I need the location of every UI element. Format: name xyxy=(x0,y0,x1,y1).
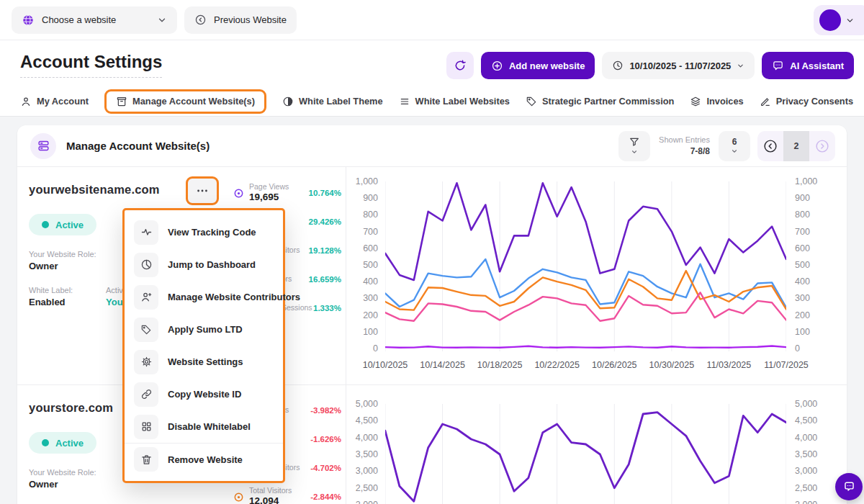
filter-button[interactable] xyxy=(618,131,650,161)
line-chart xyxy=(385,181,786,351)
ai-assistant-label: AI Assistant xyxy=(790,60,844,71)
shown-entries-value: 7-8/8 xyxy=(659,145,710,157)
tab-label: Invoices xyxy=(706,96,743,107)
add-new-website-button[interactable]: Add new website xyxy=(481,52,595,79)
chevron-down-icon xyxy=(631,148,638,156)
menu-item-label: Remove Website xyxy=(168,454,243,465)
page-size-select[interactable]: 6 xyxy=(719,131,750,161)
clock-icon xyxy=(612,60,624,71)
status-dot-icon xyxy=(42,439,49,446)
tab-label: White Label Theme xyxy=(299,96,383,107)
add-new-website-label: Add new website xyxy=(509,60,585,71)
current-page-indicator[interactable]: 2 xyxy=(783,131,809,161)
menu-item-label: View Tracking Code xyxy=(168,227,256,238)
choose-website-dropdown[interactable]: Choose a website xyxy=(12,6,177,34)
stat-change: 10.764% xyxy=(309,189,341,197)
date-range-label: 10/10/2025 - 11/07/2025 xyxy=(629,60,731,71)
chevron-down-icon xyxy=(157,15,167,25)
website-more-button[interactable] xyxy=(186,176,219,205)
chat-widget-button[interactable] xyxy=(835,473,863,500)
layers-icon xyxy=(690,96,701,107)
stat-change: -4.702% xyxy=(310,464,341,472)
tab-label: Manage Account Website(s) xyxy=(132,96,255,107)
topbar: Choose a website Previous Website xyxy=(0,0,864,40)
previous-page-button[interactable] xyxy=(757,131,783,161)
tab[interactable]: Manage Account Website(s) xyxy=(104,89,266,114)
menu-item[interactable]: Jump to Dashboard xyxy=(125,248,283,281)
tab-label: My Account xyxy=(37,96,89,107)
ai-assistant-button[interactable]: AI Assistant xyxy=(762,52,854,79)
tab[interactable]: Privacy Consents xyxy=(760,91,853,112)
menu-item[interactable]: Website Settings xyxy=(125,346,283,378)
avatar xyxy=(819,9,841,31)
arrow-left-circle-icon xyxy=(762,138,778,154)
stat-change: 29.426% xyxy=(309,217,341,226)
more-dots-icon xyxy=(195,184,210,198)
card-title: Manage Account Website(s) xyxy=(66,140,210,152)
white-label-status: White Label: Enabled xyxy=(29,286,106,307)
next-page-button xyxy=(809,131,835,161)
target-icon xyxy=(233,492,244,503)
tab-label: Strategic Partner Commission xyxy=(542,96,674,107)
menu-item-label: Manage Website Contributors xyxy=(168,292,300,302)
shown-entries-label: Shown Entries xyxy=(659,135,710,145)
menu-item[interactable]: Apply Sumo LTD xyxy=(125,313,283,346)
page-header: Account Settings Add new website 10/10/2… xyxy=(0,40,864,86)
status-badge: Active xyxy=(29,432,96,454)
tab[interactable]: Invoices xyxy=(690,91,743,112)
chart-y-axis-right: 1,0009008007006005004003002001000 xyxy=(786,181,831,351)
chart-y-axis-left: 1,0009008007006005004003002001000 xyxy=(346,181,385,351)
website-chart: 5,0004,5004,0003,5003,0002,5002,000 5,00… xyxy=(346,385,847,504)
website-chart: 1,0009008007006005004003002001000 1,0009… xyxy=(346,167,847,384)
stat-change: -3.982% xyxy=(310,406,341,415)
user-plus-icon xyxy=(134,285,158,310)
grid-icon xyxy=(134,415,158,439)
stat-change: 19.128% xyxy=(309,246,341,255)
menu-item[interactable]: Disable Whitelabel xyxy=(125,410,283,443)
menu-item-label: Website Settings xyxy=(168,356,243,367)
menu-item[interactable]: Remove Website xyxy=(125,443,283,475)
tab[interactable]: White Label Theme xyxy=(282,91,383,112)
target-icon xyxy=(233,188,244,199)
stat-change: -1.626% xyxy=(310,435,341,444)
card-header: Manage Account Website(s) Shown Entries … xyxy=(17,125,847,167)
tab-bar: My Account Manage Account Website(s) Whi… xyxy=(0,86,864,117)
menu-item[interactable]: View Tracking Code xyxy=(125,216,283,248)
stat-row: Total Visitors 12,094 -2.844% xyxy=(233,482,341,504)
pagination: 2 xyxy=(757,131,835,161)
chevron-down-icon xyxy=(737,62,744,70)
stat-change: 16.659% xyxy=(309,275,341,284)
previous-website-label: Previous Website xyxy=(214,14,287,25)
menu-item[interactable]: Copy Website ID xyxy=(125,378,283,410)
menu-item-label: Copy Website ID xyxy=(168,389,241,400)
previous-website-button[interactable]: Previous Website xyxy=(184,6,297,34)
activity-icon xyxy=(134,220,158,245)
tab[interactable]: White Label Websites xyxy=(399,91,510,112)
refresh-icon xyxy=(454,59,467,72)
pen-icon xyxy=(760,96,771,107)
tab[interactable]: My Account xyxy=(20,91,89,112)
menu-item[interactable]: Manage Website Contributors xyxy=(125,281,283,313)
status-dot-icon xyxy=(42,221,49,228)
refresh-button[interactable] xyxy=(446,52,474,79)
chevron-down-icon xyxy=(845,16,855,25)
page-size-value: 6 xyxy=(732,137,737,147)
tab-label: White Label Websites xyxy=(415,96,510,107)
tab[interactable]: Strategic Partner Commission xyxy=(526,91,674,112)
tag-icon xyxy=(134,318,158,342)
gear-icon xyxy=(134,350,158,374)
pie-icon xyxy=(134,253,158,277)
chevron-down-icon xyxy=(731,148,738,155)
chat-icon xyxy=(842,480,856,494)
link-icon xyxy=(134,382,158,407)
status-badge: Active xyxy=(29,214,96,235)
funnel-icon xyxy=(629,136,640,148)
menu-item-label: Apply Sumo LTD xyxy=(168,324,243,335)
tag-icon xyxy=(526,96,537,107)
plus-circle-icon xyxy=(491,60,503,72)
arrow-left-circle-icon xyxy=(194,14,207,26)
account-menu[interactable] xyxy=(814,5,864,35)
stat-row: Page Views 19,695 10.764% xyxy=(233,179,341,207)
date-range-picker[interactable]: 10/10/2025 - 11/07/2025 xyxy=(602,52,755,79)
chart-y-axis-right: 5,0004,5004,0003,5003,0002,5002,000 xyxy=(786,404,831,504)
